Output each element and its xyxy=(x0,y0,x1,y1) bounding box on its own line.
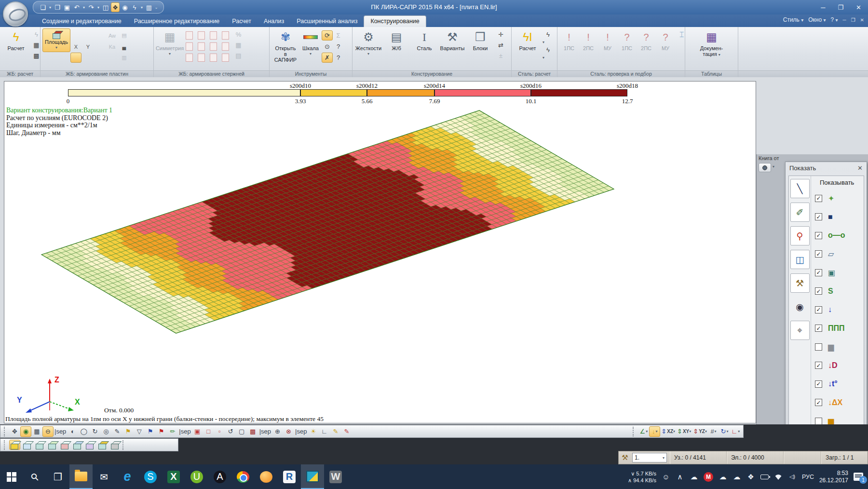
view-xy-icon[interactable]: ⇕ XY ▾ xyxy=(676,426,692,437)
show-special-elements[interactable]: S xyxy=(815,282,864,301)
show-bar-elements[interactable]: o—o xyxy=(815,226,864,245)
show-thermal-loads[interactable]: ↓t° xyxy=(815,375,864,394)
steel-calc-sel-icon[interactable]: ϟ xyxy=(542,45,554,55)
battery-icon[interactable] xyxy=(760,475,769,479)
plate-mesh-result[interactable] xyxy=(4,82,757,424)
flag-red-icon[interactable]: ⚑ xyxy=(156,426,167,437)
select-mesh-icon[interactable]: ▦ xyxy=(31,426,42,437)
rotate-scale-icon[interactable]: ⟳ xyxy=(322,30,333,41)
steel-button[interactable]: I Сталь xyxy=(410,28,438,58)
proj-front-icon[interactable] xyxy=(22,440,33,450)
bar-reinf-icon[interactable] xyxy=(208,53,219,63)
mail-app[interactable]: ✉ xyxy=(93,464,116,489)
excel-app[interactable]: X xyxy=(162,464,185,489)
x-axis-label[interactable]: X xyxy=(70,41,81,52)
remove-result-icon[interactable]: ✗ xyxy=(322,53,333,63)
camera-icon[interactable] xyxy=(759,163,771,172)
flag-blue-icon[interactable]: ⚑ xyxy=(145,426,156,437)
blocks-button[interactable]: ❒ Блоки xyxy=(466,28,494,58)
sep[interactable]: |sep xyxy=(178,426,191,437)
toolbar-handle[interactable] xyxy=(122,440,126,450)
view-xz-icon[interactable]: ⇕ XZ ▾ xyxy=(660,426,676,437)
brush-icon[interactable]: ✏ xyxy=(167,426,178,437)
zoom-cancel-icon[interactable]: ⊗ xyxy=(283,426,294,437)
checkbox[interactable] xyxy=(815,343,822,351)
checkbox[interactable] xyxy=(815,195,822,202)
frame-delete-icon[interactable]: ▣ xyxy=(192,426,203,437)
palette-close-icon[interactable]: ✕ xyxy=(857,164,863,172)
proj-back-icon[interactable] xyxy=(34,440,45,450)
bar-reinf-icon[interactable] xyxy=(208,41,219,52)
restore-button[interactable]: ❐ xyxy=(838,4,843,11)
style-menu[interactable]: Стиль ▾ xyxy=(783,16,804,23)
search-button[interactable]: ⚲ xyxy=(23,464,46,489)
chrome-browser[interactable] xyxy=(231,464,255,489)
edge-browser[interactable]: e xyxy=(116,464,139,489)
documentation-button[interactable]: ▦ Докумен- тация ▾ xyxy=(698,28,726,59)
hammer-tool-icon[interactable]: ⚒ xyxy=(790,273,810,293)
cube-red-icon[interactable]: ▩ xyxy=(247,426,258,437)
doc-minimize-button[interactable]: ─ xyxy=(843,17,846,23)
aimp-app[interactable]: A xyxy=(208,464,231,489)
asw-icon[interactable]: Aw xyxy=(107,30,118,41)
variant-combo[interactable]: 1.▾ xyxy=(632,453,667,462)
ibeam-icon[interactable]: ⌶ xyxy=(676,29,687,40)
clock[interactable]: 8:53 26.12.2017 xyxy=(819,470,848,484)
checkbox[interactable] xyxy=(815,399,822,406)
upper-rebar-cube-icon[interactable] xyxy=(82,30,94,41)
notification-center-icon[interactable]: 1 xyxy=(854,473,863,481)
bar-reinf-icon[interactable] xyxy=(184,41,195,52)
show-solid-elements[interactable]: ■ xyxy=(815,208,864,227)
rotate-model-icon[interactable]: ↻ ▾ xyxy=(719,426,730,437)
lower-rebar-cube-icon[interactable] xyxy=(95,30,106,41)
bar-reinf-icon[interactable] xyxy=(184,30,195,41)
cube-frame-icon[interactable]: ▢ xyxy=(236,426,247,437)
calc-all-icon[interactable]: ϟ xyxy=(31,29,42,40)
bar-reinf-icon[interactable] xyxy=(184,53,195,63)
area-cube-icon[interactable] xyxy=(70,30,81,41)
checkbox[interactable] xyxy=(815,418,822,425)
checkbox[interactable] xyxy=(815,269,822,276)
app-logo[interactable] xyxy=(3,1,28,27)
pencil-yellow-icon[interactable]: ✎ xyxy=(330,426,341,437)
bar-reinf-icon[interactable] xyxy=(208,30,219,41)
tray-expand-icon[interactable]: ∧ xyxy=(676,473,684,481)
column-icon[interactable]: ▥ xyxy=(119,53,130,63)
toolbar-handle[interactable] xyxy=(633,427,636,436)
query-node-icon[interactable]: ? xyxy=(333,53,344,63)
steel-check-button[interactable]: ? 2ПС xyxy=(637,28,656,53)
ribbon-tab[interactable]: Конструирование xyxy=(364,15,426,27)
ribbon-tab[interactable]: Расширенное редактирование xyxy=(128,16,226,27)
show-loads[interactable]: ↓ xyxy=(815,300,864,319)
bar-reinf-icon[interactable] xyxy=(196,41,207,52)
model-canvas[interactable]: s200d10s200d12s200d14s200d16s200d1803.93… xyxy=(4,81,756,423)
sep[interactable]: |sep xyxy=(294,426,308,437)
filter-icon[interactable]: ▽ xyxy=(134,426,145,437)
bar-reinf-icon[interactable] xyxy=(220,30,231,41)
doc-restore-button[interactable]: ❐ xyxy=(851,17,855,23)
onedrive-icon[interactable]: ☁ xyxy=(690,473,698,481)
language-indicator[interactable]: РУС xyxy=(802,474,814,480)
mega-icon[interactable]: M xyxy=(704,472,713,482)
swap-icon[interactable]: ⇄ xyxy=(495,40,506,50)
symmetry-button[interactable]: ▦ Симметрия ▾ xyxy=(156,28,184,58)
frame-small-icon[interactable]: ▫ xyxy=(214,426,225,437)
steel-check-button[interactable]: ! МУ xyxy=(598,28,617,53)
minimize-button[interactable]: ─ xyxy=(821,4,825,11)
tp-icon[interactable]: ± xyxy=(495,51,506,61)
open-in-sapfir-button[interactable]: ✾ Открытьв САПФИР xyxy=(271,28,299,64)
zoom-element-icon[interactable]: ⊙ xyxy=(322,41,333,52)
steel-check-button[interactable]: ? МУ xyxy=(656,28,675,53)
polyline-view-icon[interactable]: ∠ ▾ xyxy=(638,426,649,437)
rebar-calc-icon[interactable]: ▩ xyxy=(31,51,42,61)
move-node-icon[interactable]: ↓ ▾ xyxy=(649,426,660,437)
task-view-button[interactable]: ❐ xyxy=(46,464,69,489)
eye-tool-icon[interactable]: ◉ xyxy=(790,297,810,316)
proj-3d-icon[interactable] xyxy=(109,440,121,450)
start-button[interactable] xyxy=(0,464,23,489)
erase-icon[interactable]: ▤ xyxy=(119,30,130,41)
toolbar-handle[interactable] xyxy=(4,427,7,436)
bar-reinf-icon[interactable] xyxy=(196,53,207,63)
proj-bottom-icon[interactable] xyxy=(84,440,95,450)
rc-button[interactable]: ▤ Ж/б xyxy=(382,28,410,58)
